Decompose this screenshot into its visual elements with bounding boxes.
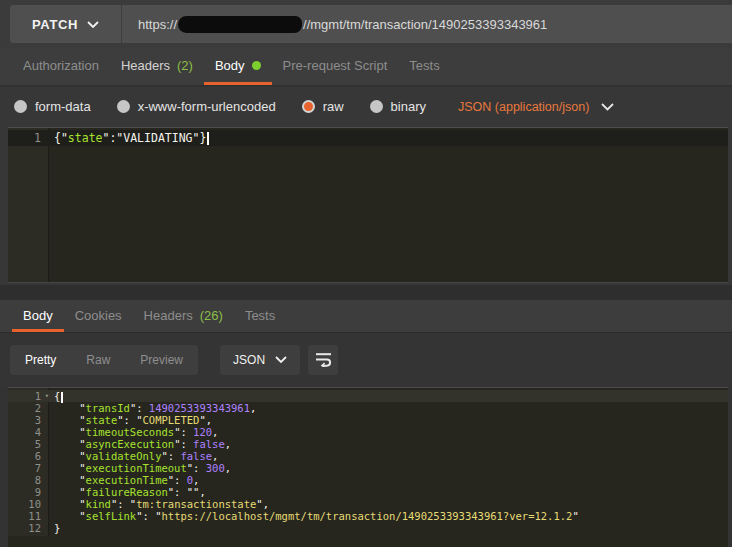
line-number: 11 — [8, 510, 49, 522]
code-text: "state": "COMPLETED", — [49, 414, 212, 426]
tab-label: Cookies — [75, 308, 122, 323]
view-mode-raw[interactable]: Raw — [71, 345, 125, 375]
request-body-editor[interactable]: 1{"state":"VALIDATING"} — [8, 127, 728, 283]
code-line[interactable]: 7 "executionTimeout": 300, — [8, 462, 728, 474]
tab-label: Body — [23, 308, 53, 323]
radio-label: form-data — [35, 99, 91, 114]
text-cursor — [61, 392, 63, 403]
tab-label: Headers — [121, 58, 170, 73]
line-number: 6 — [8, 450, 49, 462]
tab-label: Tests — [409, 58, 439, 73]
line-number: 1 — [8, 130, 49, 146]
code-text: "executionTime": 0, — [49, 474, 199, 486]
section-divider — [0, 285, 732, 300]
tab-pre-request-script[interactable]: Pre-request Script — [272, 48, 399, 85]
tab-label: Authorization — [23, 58, 99, 73]
tab-headers[interactable]: Headers (2) — [110, 48, 204, 85]
radio-raw[interactable]: raw — [302, 99, 344, 114]
body-filled-dot-indicator — [252, 61, 261, 70]
response-format-dropdown[interactable]: JSON — [220, 345, 300, 375]
line-number: 3 — [8, 414, 49, 426]
editor-gutter — [8, 128, 49, 282]
tab-tests[interactable]: Tests — [398, 48, 450, 85]
code-text: {"state":"VALIDATING"} — [49, 130, 209, 146]
code-line[interactable]: 12} — [8, 522, 728, 534]
line-number: 12 — [8, 522, 49, 534]
code-line[interactable]: 1{"state":"VALIDATING"} — [8, 130, 728, 146]
radio-form-data[interactable]: form-data — [14, 99, 91, 114]
code-line[interactable]: 11 "selfLink": "https://localhost/mgmt/t… — [8, 510, 728, 522]
code-line[interactable]: 4 "timeoutSeconds": 120, — [8, 426, 728, 438]
format-label: JSON — [233, 353, 265, 367]
line-number: 4 — [8, 426, 49, 438]
radio-selected-icon[interactable] — [302, 100, 315, 113]
code-line[interactable]: 6 "validateOnly": false, — [8, 450, 728, 462]
code-text: "timeoutSeconds": 120, — [49, 426, 218, 438]
response-tabs-bar: Body Cookies Headers (26) Tests — [0, 300, 732, 332]
url-suffix: //mgmt/tm/transaction/1490253393343961 — [303, 17, 547, 32]
response-tab-cookies[interactable]: Cookies — [64, 300, 133, 332]
chevron-down-icon — [601, 103, 614, 111]
redacted-url-segment — [178, 16, 302, 33]
radio-label: raw — [323, 99, 344, 114]
line-number: 9 — [8, 486, 49, 498]
line-number: 10 — [8, 498, 49, 510]
response-body-viewer[interactable]: 1▾{2 "transId": 1490253393343961,3 "stat… — [8, 387, 728, 547]
tab-authorization[interactable]: Authorization — [12, 48, 110, 85]
response-tab-headers[interactable]: Headers (26) — [133, 300, 234, 332]
radio-icon[interactable] — [117, 100, 130, 113]
tab-label: Tests — [245, 308, 275, 323]
tab-count: (26) — [200, 308, 223, 323]
code-text: } — [49, 522, 60, 534]
code-line[interactable]: 3 "state": "COMPLETED", — [8, 414, 728, 426]
tab-label: Headers — [144, 308, 193, 323]
line-number: 8 — [8, 474, 49, 486]
code-text: "transId": 1490253393343961, — [49, 402, 256, 414]
code-text: "failureReason": "", — [49, 486, 206, 498]
postman-window: PATCH https:// //mgmt/tm/transaction/149… — [0, 0, 732, 547]
response-tab-tests[interactable]: Tests — [234, 300, 286, 332]
code-line[interactable]: 8 "executionTime": 0, — [8, 474, 728, 486]
code-text: "asyncExecution": false, — [49, 438, 231, 450]
response-tab-body[interactable]: Body — [12, 300, 64, 332]
code-text: "executionTimeout": 300, — [49, 462, 231, 474]
radio-binary[interactable]: binary — [370, 99, 426, 114]
view-mode-group: Pretty Raw Preview — [10, 345, 198, 375]
wrap-text-icon — [315, 352, 332, 367]
response-toolbar: Pretty Raw Preview JSON — [0, 332, 732, 386]
code-line[interactable]: 9 "failureReason": "", — [8, 486, 728, 498]
content-type-label: JSON (application/json) — [458, 100, 589, 114]
wrap-text-button[interactable] — [308, 345, 338, 375]
tab-label: Pre-request Script — [283, 58, 388, 73]
line-number: 1▾ — [8, 390, 49, 402]
content-type-dropdown[interactable]: JSON (application/json) — [458, 100, 614, 114]
view-mode-pretty[interactable]: Pretty — [10, 345, 71, 375]
request-tabs-bar: Authorization Headers (2) Body Pre-reque… — [0, 48, 732, 86]
code-line[interactable]: 1▾{ — [8, 390, 728, 402]
url-prefix: https:// — [138, 17, 177, 32]
chevron-down-icon — [275, 356, 287, 363]
code-line[interactable]: 5 "asyncExecution": false, — [8, 438, 728, 450]
radio-label: binary — [391, 99, 426, 114]
response-body-section: 1▾{2 "transId": 1490253393343961,3 "stat… — [0, 386, 732, 547]
method-dropdown[interactable]: PATCH — [10, 5, 122, 43]
radio-x-www-form-urlencoded[interactable]: x-www-form-urlencoded — [117, 99, 276, 114]
code-text: "kind": "tm:transactionstate", — [49, 498, 269, 510]
request-url-bar: PATCH https:// //mgmt/tm/transaction/149… — [0, 0, 732, 48]
method-label: PATCH — [32, 17, 78, 32]
view-mode-preview[interactable]: Preview — [125, 345, 198, 375]
radio-icon[interactable] — [14, 100, 27, 113]
tab-body[interactable]: Body — [204, 48, 272, 85]
url-input[interactable]: https:// //mgmt/tm/transaction/149025339… — [122, 5, 732, 43]
chevron-down-icon — [87, 21, 99, 28]
fold-arrow-icon[interactable]: ▾ — [45, 390, 49, 402]
radio-icon[interactable] — [370, 100, 383, 113]
code-line[interactable]: 2 "transId": 1490253393343961, — [8, 402, 728, 414]
request-body-section: 1{"state":"VALIDATING"} — [0, 126, 732, 285]
tab-count: (2) — [177, 58, 193, 73]
code-text: "validateOnly": false, — [49, 450, 218, 462]
url-container: PATCH https:// //mgmt/tm/transaction/149… — [10, 5, 732, 43]
line-number: 2 — [8, 402, 49, 414]
tab-label: Body — [215, 58, 245, 73]
code-line[interactable]: 10 "kind": "tm:transactionstate", — [8, 498, 728, 510]
